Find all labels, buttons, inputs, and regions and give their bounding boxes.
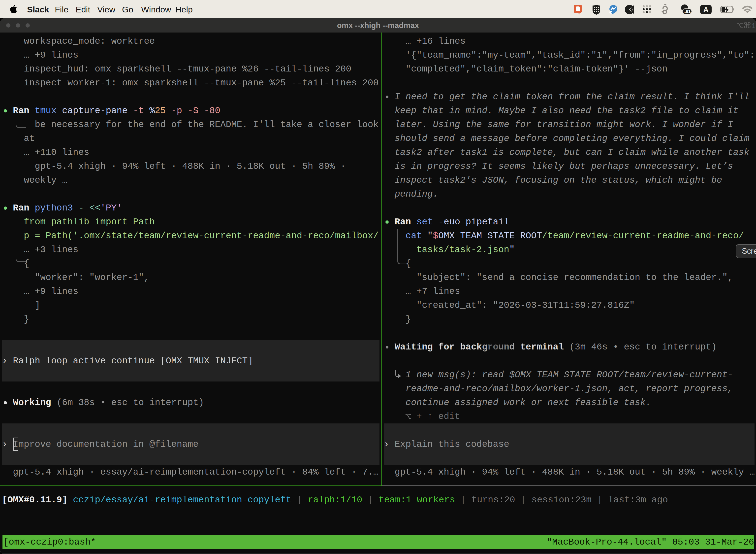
svg-text:1: 1 xyxy=(752,22,755,29)
svg-text:..61: ..61 xyxy=(684,9,691,14)
